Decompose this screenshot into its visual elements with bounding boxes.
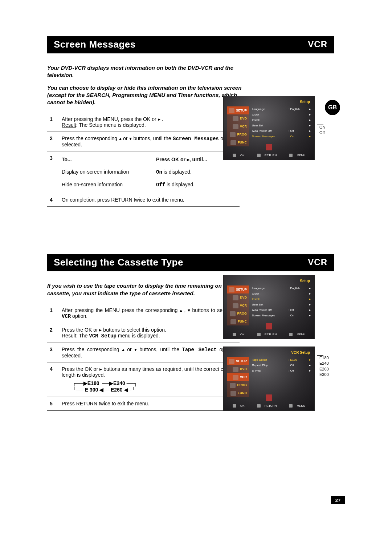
osd-menu-row: Tape Select: E180▸ xyxy=(252,357,311,362)
osd-tabs: SETUP DVD VCR PROG FUNC xyxy=(227,357,249,397)
menu-key-icon xyxy=(289,154,293,157)
osd-row-label: Auto Power Off xyxy=(252,308,286,312)
grid-icon xyxy=(230,391,236,396)
osd-row-label: User Set xyxy=(252,303,286,306)
step-body: Press the corresponding ▴ or ▾ buttons, … xyxy=(62,347,240,358)
step-number: 1 xyxy=(47,116,55,128)
osd-foot-return: RETURN xyxy=(265,333,277,336)
osd-tab-setup: SETUP xyxy=(227,285,249,293)
disc-icon xyxy=(233,116,238,121)
osd-row-label: Clock xyxy=(252,292,286,295)
osd-menu-row: Install▸ xyxy=(252,117,311,123)
section1-title-bar: Screen Messages VCR xyxy=(47,36,334,53)
osd-tab-label: SETUP xyxy=(236,109,247,112)
tape-icon xyxy=(233,124,238,129)
osd-row-value: : Off xyxy=(289,369,305,372)
osd-tab-vcr: VCR xyxy=(227,373,249,381)
step-row: 1 After pressing the MENU, press the OK … xyxy=(47,113,240,132)
osd-setup-install: Setup SETUP DVD VCR PROG FUNC Language: … xyxy=(223,275,315,339)
step-body: After pressing the MENU, press the OK or… xyxy=(62,116,240,128)
step-body: Press the OK or ▸ buttons as many times … xyxy=(62,366,240,393)
step-number: 1 xyxy=(47,307,55,319)
section1-intro2: You can choose to display or hide this i… xyxy=(47,84,250,106)
step-body: To... Press OK or ▸, until... Display on… xyxy=(62,155,240,189)
step-number: 2 xyxy=(47,135,55,147)
note-on: On xyxy=(319,125,325,129)
osd-foot-menu: MENU xyxy=(297,333,305,336)
step3-r1-c1: Display on-screen information xyxy=(62,169,149,175)
section1-intro1: Your DVD-VCR displays most information o… xyxy=(47,64,250,79)
step3-r2-txt: is displayed. xyxy=(165,182,195,187)
step1-text: After pressing the MENU, press the OK or… xyxy=(62,116,163,122)
step3-r1-txt: is displayed. xyxy=(162,169,192,175)
step4-text: On completion, press RETURN twice to exi… xyxy=(62,197,240,203)
osd-tab-label: VCR xyxy=(240,125,247,128)
osd-menu-row: Clock▸ xyxy=(252,291,311,296)
step2-mono: Screen Messages xyxy=(173,136,219,142)
osd-row-value: : Off xyxy=(289,364,305,367)
osd-foot-menu: MENU xyxy=(297,404,305,408)
osd-setup-screen-messages: Setup SETUP DVD VCR PROG FUNC Language: … xyxy=(223,96,315,160)
osd-row-label: Clock xyxy=(252,113,286,116)
chevron-right-icon: ▸ xyxy=(307,113,311,116)
step3-r1-on: On xyxy=(156,169,162,175)
result-label: Result xyxy=(62,122,76,128)
cycle-line2: └── E 300 ◀──E260 ◀─┘ xyxy=(73,386,240,393)
section1-badge: VCR xyxy=(308,39,334,49)
osd-row-label: Auto Power Off xyxy=(252,129,286,133)
osd-menu-row: Language: English▸ xyxy=(252,285,311,291)
step-row: 2 Press the corresponding ▴ or ▾ buttons… xyxy=(47,132,240,151)
clock-icon xyxy=(230,132,236,137)
osd-row-value: : On xyxy=(289,135,305,138)
osd-row-label: Tape Select xyxy=(252,358,286,361)
close-icon xyxy=(266,323,272,329)
osd-row-label: User Set xyxy=(252,124,286,127)
osd-footer: OK RETURN MENU xyxy=(224,404,314,408)
osd-tab-vcr: VCR xyxy=(227,122,249,130)
chevron-right-icon: ▸ xyxy=(307,358,311,361)
chevron-right-icon: ▸ xyxy=(307,118,311,122)
osd-foot-ok: OK xyxy=(240,333,245,336)
gear-icon xyxy=(229,287,234,292)
osd-row-label: Language xyxy=(252,108,286,111)
osd-menu-row: S-VHS: Off▸ xyxy=(252,368,311,373)
osd-tab-prog: PROG xyxy=(227,381,249,389)
osd-menu-row: Screen Messages: On▸ xyxy=(252,313,311,318)
note-off: Off xyxy=(319,130,324,135)
result-label: Result xyxy=(62,333,76,339)
osd-footer: OK RETURN MENU xyxy=(224,154,314,157)
step-number: 4 xyxy=(47,197,55,203)
osd-row-label: S-VHS xyxy=(252,369,286,372)
osd-menu: Tape Select: E180▸Repeat Play: Off▸S-VHS… xyxy=(252,357,311,373)
osd-row-label: Install xyxy=(252,118,286,122)
step3-r2-c1: Hide on-screen information xyxy=(62,182,149,188)
step-row: 4 On completion, press RETURN twice to e… xyxy=(47,193,240,207)
osd-tab-label: DVD xyxy=(240,367,247,371)
osd-tab-label: VCR xyxy=(240,304,247,307)
note-e240: E240 xyxy=(319,361,329,365)
note-e180: E180 xyxy=(319,356,329,360)
osd-tab-prog: PROG xyxy=(227,130,249,138)
chevron-right-icon: ▸ xyxy=(307,287,311,290)
step-body: Press the OK or ▸ buttons to select this… xyxy=(62,327,240,339)
tape-icon xyxy=(233,375,238,380)
note-e300: E300 xyxy=(319,372,329,377)
osd-row-label: Repeat Play xyxy=(252,364,286,367)
clock-icon xyxy=(230,311,236,316)
section2-badge: VCR xyxy=(308,257,334,267)
osd-tab-label: FUNC xyxy=(238,141,247,144)
section2-intro: If you wish to use the tape counter to d… xyxy=(47,282,250,297)
chevron-right-icon: ▸ xyxy=(307,297,311,301)
menu-key-icon xyxy=(289,333,293,336)
s2-step3-a: Press the corresponding ▴ or ▾ buttons, … xyxy=(62,347,182,352)
osd-row-label: Screen Messages xyxy=(252,314,286,317)
tape-icon xyxy=(233,303,238,308)
osd-row-label: Screen Messages xyxy=(252,135,286,138)
close-icon xyxy=(266,144,272,150)
osd-menu-row: Install▸ xyxy=(252,296,311,302)
osd-menu-row: Language: English▸ xyxy=(252,106,311,112)
osd-tabs: SETUP DVD VCR PROG FUNC xyxy=(227,106,249,146)
s2-step1-mono: VCR xyxy=(62,313,71,319)
s2-step1-a: After pressing the MENU press the corres… xyxy=(62,307,240,313)
section2-title-bar: Selecting the Cassette Type VCR xyxy=(47,254,334,271)
